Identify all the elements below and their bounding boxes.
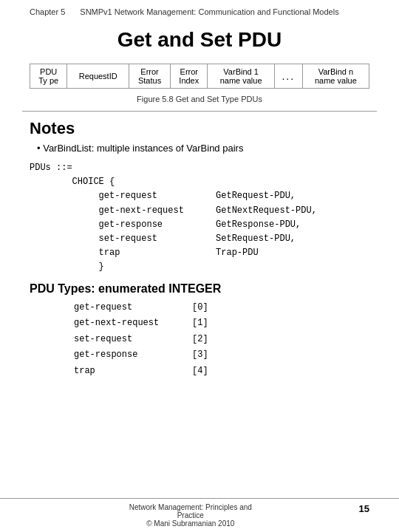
page-header: Chapter 5 SNMPv1 Network Management: Com… — [0, 0, 399, 19]
list-item: set-request [2] — [74, 332, 369, 348]
footer-line2: Practice — [177, 511, 204, 519]
page-title: Get and Set PDU — [0, 19, 399, 64]
code-line-1: PDUs ::= — [30, 161, 369, 175]
figure-caption: Figure 5.8 Get and Set Type PDUs — [30, 95, 369, 103]
page-footer: Network Management: Principles and Pract… — [0, 498, 399, 532]
bullet-symbol: • — [37, 143, 43, 154]
pdu-type-num-3: [3] — [192, 347, 214, 364]
notes-section: Notes • VarBindList: multiple instances … — [0, 119, 399, 154]
code-block: PDUs ::= CHOICE { get-request GetRequest… — [30, 161, 369, 275]
table-header-row: PDUTy pe RequestID ErrorStatus ErrorInde… — [30, 64, 369, 89]
pdu-type-name-1: get-next-request — [74, 316, 177, 332]
notes-bullet: • VarBindList: multiple instances of Var… — [30, 143, 369, 154]
col-varbind1: VarBind 1name value — [208, 64, 274, 89]
code-line-6: set-request SetRequest-PDU, — [30, 232, 369, 246]
col-ellipsis: ... — [274, 64, 302, 89]
code-line-3: get-request GetRequest-PDU, — [30, 189, 369, 203]
list-item: trap [4] — [74, 364, 369, 380]
col-error-index: ErrorIndex — [171, 64, 208, 89]
code-line-7: trap Trap-PDU — [30, 246, 369, 260]
pdu-type-num-0: [0] — [192, 300, 214, 316]
code-line-2: CHOICE { — [30, 175, 369, 189]
section-divider — [22, 111, 377, 112]
col-varbindn: VarBind nname value — [302, 64, 369, 89]
chapter-label: Chapter 5 — [30, 7, 65, 16]
pdu-type-name-2: set-request — [74, 332, 177, 348]
list-item: get-next-request [1] — [74, 316, 369, 332]
col-pdu-type: PDUTy pe — [30, 64, 67, 89]
pdu-type-name-4: trap — [74, 364, 177, 380]
pdu-type-num-2: [2] — [192, 332, 214, 348]
footer-line3: © Mani Subramanian 2010 — [146, 519, 234, 528]
pdu-table-container: PDUTy pe RequestID ErrorStatus ErrorInde… — [0, 64, 399, 89]
pdu-type-name-0: get-request — [74, 300, 177, 316]
notes-heading: Notes — [30, 119, 369, 138]
col-request-id: RequestID — [67, 64, 129, 89]
pdu-type-num-4: [4] — [192, 364, 214, 380]
footer-line1: Network Management: Principles and — [129, 503, 252, 511]
pdu-table: PDUTy pe RequestID ErrorStatus ErrorInde… — [30, 64, 369, 89]
list-item: get-response [3] — [74, 347, 369, 364]
code-line-5: get-response GetResponse-PDU, — [30, 218, 369, 232]
pdu-type-num-1: [1] — [192, 316, 214, 332]
page-number: 15 — [359, 503, 369, 514]
pdu-types-heading: PDU Types: enumerated INTEGER — [30, 282, 369, 296]
header-subtitle: SNMPv1 Network Management: Communication… — [80, 7, 338, 16]
pdu-type-name-3: get-response — [74, 347, 177, 364]
pdu-types-table: get-request [0] get-next-request [1] set… — [74, 300, 369, 380]
col-error-status: ErrorStatus — [129, 64, 171, 89]
code-line-8: } — [30, 260, 369, 274]
code-line-4: get-next-request GetNextRequest-PDU, — [30, 204, 369, 218]
footer-text: Network Management: Principles and Pract… — [30, 503, 352, 528]
list-item: get-request [0] — [74, 300, 369, 316]
bullet-text: VarBindList: multiple instances of VarBi… — [43, 143, 243, 154]
